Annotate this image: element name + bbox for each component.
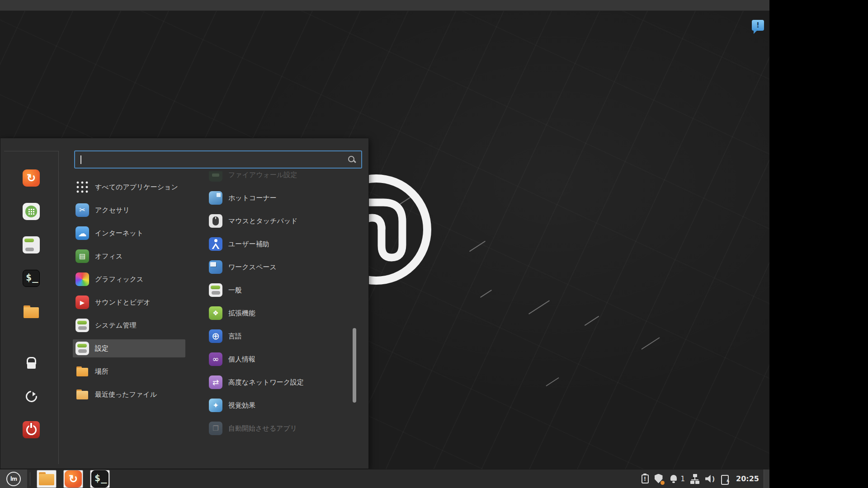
category-internet[interactable]: ☁ インターネット [73,224,185,242]
menu-app-list: ファイアウォール設定 ホットコーナー マウスとタッチパッド ユーザー補助 ワーク… [206,171,355,448]
app-label: 自動開始させるアプリ [228,424,297,433]
workspace-icon [209,260,222,274]
favorite-software-manager[interactable] [22,202,40,221]
mouse-icon [209,214,222,228]
category-label: インターネット [95,229,143,238]
favorite-firefox[interactable]: ↻ [22,169,40,187]
folder-recent-icon [75,388,89,401]
app-visual-effects[interactable]: ✦ 視覚効果 [206,396,355,414]
app-label: ファイアウォール設定 [228,171,297,179]
desktop-wallpaper: ! ↻ $_ すべてのアプリケーション ✂ アクセサリ [0,11,769,469]
menu-button[interactable]: lm [0,469,27,488]
menubar-item-view[interactable] [26,5,35,6]
menubar-item-devices[interactable] [48,5,57,6]
app-hot-corners[interactable]: ホットコーナー [206,189,355,207]
virt-manager-window: ! ↻ $_ すべてのアプリケーション ✂ アクセサリ [0,0,769,488]
app-workspaces[interactable]: ワークスペース [206,258,355,276]
scissors-icon: ✂ [75,203,89,217]
app-autostart[interactable]: ❐ 自動開始させるアプリ [206,419,355,437]
category-sound-video[interactable]: ▶ サウンドとビデオ [73,293,185,311]
app-general[interactable]: 一般 [206,281,355,299]
category-label: 最近使ったファイル [95,390,157,399]
category-administration[interactable]: システム管理 [73,316,185,334]
terminal-icon: $_ [23,270,40,287]
favorite-logout[interactable] [22,387,40,405]
favorite-shutdown[interactable] [22,421,40,439]
screen: ! ↻ $_ すべてのアプリケーション ✂ アクセサリ [0,0,868,488]
category-graphics[interactable]: グラフィックス [73,270,185,288]
scrollbar-thumb[interactable] [353,328,356,403]
menubar-item-virtual-machine[interactable] [15,5,24,6]
tray-item-update-manager[interactable] [654,473,664,485]
app-advanced-network[interactable]: ⇄ 高度なネットワーク設定 [206,373,355,391]
shield-badge-icon [654,473,664,485]
app-languages[interactable]: ⊕ 言語 [206,327,355,345]
menu-favorites-column: ↻ $_ [4,151,59,464]
favorite-files[interactable] [22,303,40,321]
app-label: ユーザー補助 [228,240,269,249]
app-label: 一般 [228,286,242,295]
app-firewall[interactable]: ファイアウォール設定 [206,171,355,184]
launcher-firefox[interactable]: ↻ [63,470,83,488]
notification-bubble-icon[interactable]: ! [752,20,764,31]
search-input[interactable] [82,155,348,164]
virt-manager-menubar [0,0,769,11]
bell-icon [669,473,679,485]
firefox-icon: ↻ [65,470,82,488]
category-recent-files[interactable]: 最近使ったファイル [73,385,185,404]
app-accessibility[interactable]: ユーザー補助 [206,235,355,253]
globe-icon: ⊕ [209,329,222,343]
favorite-system-settings[interactable] [22,236,40,254]
category-all-applications[interactable]: すべてのアプリケーション [73,178,185,196]
category-label: サウンドとビデオ [95,298,151,307]
wand-icon: ✦ [209,399,222,412]
tray-item-system-reports[interactable]: ! [642,474,649,483]
category-preferences[interactable]: 設定 [73,339,185,357]
app-label: 個人情報 [228,355,255,364]
folder-icon [38,470,55,488]
rainbow-icon [75,272,89,286]
admin-toggles-icon [75,319,89,332]
category-office[interactable]: ▤ オフィス [73,247,185,265]
tray-item-network[interactable] [690,473,700,485]
grid-icon [75,180,89,194]
category-label: グラフィックス [95,275,143,284]
app-label: 拡張機能 [228,309,255,318]
category-accessories[interactable]: ✂ アクセサリ [73,201,185,219]
tray-item-power[interactable] [720,473,730,485]
report-exclamation-icon: ! [642,474,649,483]
menubar-item-input[interactable] [37,5,46,6]
category-label: オフィス [95,252,123,261]
menubar-item-help[interactable] [59,5,68,6]
accessibility-icon [209,237,222,251]
clock[interactable]: 20:25 [733,474,764,483]
category-places[interactable]: 場所 [73,362,185,380]
launcher-files[interactable] [37,470,57,488]
app-label: マウスとタッチパッド [228,217,298,225]
app-extensions[interactable]: ❖ 拡張機能 [206,304,355,322]
arrows-icon: ⇄ [209,375,222,389]
battery-bolt-icon [720,473,730,485]
favorite-terminal[interactable]: $_ [22,269,40,287]
tray-item-notifications[interactable]: 1 [669,473,685,485]
app-label: 視覚効果 [228,401,255,410]
preferences-toggles-icon [75,342,89,355]
panel-separator [30,472,30,486]
app-label: ホットコーナー [228,194,277,202]
power-icon [23,421,40,438]
mask-icon: ∞ [209,352,222,366]
tray-item-volume[interactable] [705,473,715,485]
lock-icon [23,354,40,371]
play-icon: ▶ [75,296,89,309]
app-mouse-touchpad[interactable]: マウスとタッチパッド [206,212,355,230]
wallpaper-streak [641,337,660,350]
show-desktop-button[interactable] [764,469,769,488]
settings-toggles-icon [23,236,40,253]
app-personal-info[interactable]: ∞ 個人情報 [206,350,355,368]
cloud-icon: ☁ [75,226,89,240]
launcher-terminal[interactable]: $_ [90,470,110,488]
search-icon [348,155,356,164]
menubar-item-file[interactable] [5,5,14,6]
favorite-lock-screen[interactable] [22,354,40,372]
firefox-icon: ↻ [23,169,40,187]
